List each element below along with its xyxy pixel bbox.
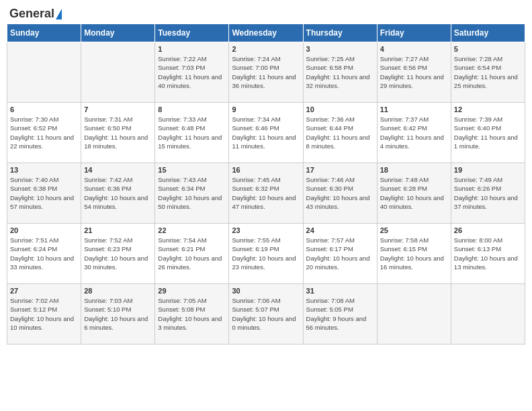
- day-info: Sunrise: 7:45 AM Sunset: 6:32 PM Dayligh…: [232, 175, 300, 211]
- logo: General: [9, 7, 63, 18]
- day-number: 12: [454, 105, 522, 113]
- calendar-cell: 11Sunrise: 7:37 AM Sunset: 6:42 PM Dayli…: [377, 103, 451, 163]
- day-number: 22: [158, 226, 226, 234]
- day-info: Sunrise: 7:37 AM Sunset: 6:42 PM Dayligh…: [380, 115, 448, 150]
- day-info: Sunrise: 7:33 AM Sunset: 6:48 PM Dayligh…: [158, 115, 226, 150]
- day-number: 25: [380, 226, 448, 234]
- day-info: Sunrise: 7:22 AM Sunset: 7:03 PM Dayligh…: [158, 54, 226, 90]
- day-info: Sunrise: 8:00 AM Sunset: 6:13 PM Dayligh…: [454, 236, 522, 271]
- logo-icon: [56, 9, 62, 19]
- day-number: 11: [380, 105, 448, 113]
- page-header: General: [7, 7, 525, 18]
- calendar-cell: 25Sunrise: 7:58 AM Sunset: 6:15 PM Dayli…: [377, 224, 451, 284]
- day-info: Sunrise: 7:34 AM Sunset: 6:46 PM Dayligh…: [232, 115, 300, 150]
- calendar-cell: 2Sunrise: 7:24 AM Sunset: 7:00 PM Daylig…: [229, 42, 303, 103]
- calendar-cell: 3Sunrise: 7:25 AM Sunset: 6:58 PM Daylig…: [303, 42, 377, 103]
- week-row-1: 6Sunrise: 7:30 AM Sunset: 6:52 PM Daylig…: [7, 103, 525, 163]
- column-header-sunday: Sunday: [7, 24, 81, 42]
- day-number: 19: [454, 166, 522, 174]
- day-info: Sunrise: 7:36 AM Sunset: 6:44 PM Dayligh…: [306, 115, 374, 150]
- day-number: 31: [306, 287, 374, 295]
- calendar-cell: 30Sunrise: 7:06 AM Sunset: 5:07 PM Dayli…: [229, 284, 303, 345]
- calendar-cell: 7Sunrise: 7:31 AM Sunset: 6:50 PM Daylig…: [81, 103, 155, 163]
- week-row-0: 1Sunrise: 7:22 AM Sunset: 7:03 PM Daylig…: [7, 42, 525, 103]
- column-header-monday: Monday: [81, 24, 155, 42]
- calendar-cell: 12Sunrise: 7:39 AM Sunset: 6:40 PM Dayli…: [451, 103, 525, 163]
- calendar-cell: 24Sunrise: 7:57 AM Sunset: 6:17 PM Dayli…: [303, 224, 377, 284]
- calendar-cell: 23Sunrise: 7:55 AM Sunset: 6:19 PM Dayli…: [229, 224, 303, 284]
- day-number: 17: [306, 166, 374, 174]
- calendar-cell: 26Sunrise: 8:00 AM Sunset: 6:13 PM Dayli…: [451, 224, 525, 284]
- day-number: 1: [158, 45, 226, 53]
- calendar-table: SundayMondayTuesdayWednesdayThursdayFrid…: [7, 24, 525, 345]
- day-info: Sunrise: 7:42 AM Sunset: 6:36 PM Dayligh…: [84, 175, 152, 211]
- day-number: 27: [10, 287, 78, 295]
- column-header-wednesday: Wednesday: [229, 24, 303, 42]
- day-number: 18: [380, 166, 448, 174]
- day-info: Sunrise: 7:25 AM Sunset: 6:58 PM Dayligh…: [306, 54, 374, 90]
- day-number: 23: [232, 226, 300, 234]
- column-header-thursday: Thursday: [303, 24, 377, 42]
- day-info: Sunrise: 7:03 AM Sunset: 5:10 PM Dayligh…: [84, 296, 152, 332]
- column-header-friday: Friday: [377, 24, 451, 42]
- calendar-header: SundayMondayTuesdayWednesdayThursdayFrid…: [7, 24, 525, 42]
- calendar-cell: 10Sunrise: 7:36 AM Sunset: 6:44 PM Dayli…: [303, 103, 377, 163]
- calendar-cell: 15Sunrise: 7:43 AM Sunset: 6:34 PM Dayli…: [155, 163, 229, 224]
- logo-general: General: [9, 7, 54, 21]
- calendar-cell: [377, 284, 451, 345]
- calendar-cell: 31Sunrise: 7:08 AM Sunset: 5:05 PM Dayli…: [303, 284, 377, 345]
- day-number: 28: [84, 287, 152, 295]
- day-number: 4: [380, 45, 448, 53]
- day-info: Sunrise: 7:08 AM Sunset: 5:05 PM Dayligh…: [306, 296, 374, 332]
- day-number: 15: [158, 166, 226, 174]
- day-number: 3: [306, 45, 374, 53]
- calendar-cell: 16Sunrise: 7:45 AM Sunset: 6:32 PM Dayli…: [229, 163, 303, 224]
- calendar-cell: 17Sunrise: 7:46 AM Sunset: 6:30 PM Dayli…: [303, 163, 377, 224]
- day-info: Sunrise: 7:46 AM Sunset: 6:30 PM Dayligh…: [306, 175, 374, 211]
- day-info: Sunrise: 7:28 AM Sunset: 6:54 PM Dayligh…: [454, 54, 522, 90]
- day-info: Sunrise: 7:58 AM Sunset: 6:15 PM Dayligh…: [380, 236, 448, 271]
- calendar-cell: 8Sunrise: 7:33 AM Sunset: 6:48 PM Daylig…: [155, 103, 229, 163]
- week-row-2: 13Sunrise: 7:40 AM Sunset: 6:38 PM Dayli…: [7, 163, 525, 224]
- day-number: 16: [232, 166, 300, 174]
- day-info: Sunrise: 7:02 AM Sunset: 5:12 PM Dayligh…: [10, 296, 78, 332]
- day-info: Sunrise: 7:43 AM Sunset: 6:34 PM Dayligh…: [158, 175, 226, 211]
- day-info: Sunrise: 7:05 AM Sunset: 5:08 PM Dayligh…: [158, 296, 226, 332]
- week-row-4: 27Sunrise: 7:02 AM Sunset: 5:12 PM Dayli…: [7, 284, 525, 345]
- day-number: 29: [158, 287, 226, 295]
- day-number: 30: [232, 287, 300, 295]
- calendar-cell: 5Sunrise: 7:28 AM Sunset: 6:54 PM Daylig…: [451, 42, 525, 103]
- day-info: Sunrise: 7:27 AM Sunset: 6:56 PM Dayligh…: [380, 54, 448, 90]
- day-number: 10: [306, 105, 374, 113]
- calendar-cell: 14Sunrise: 7:42 AM Sunset: 6:36 PM Dayli…: [81, 163, 155, 224]
- calendar-cell: 4Sunrise: 7:27 AM Sunset: 6:56 PM Daylig…: [377, 42, 451, 103]
- calendar-cell: [451, 284, 525, 345]
- day-info: Sunrise: 7:06 AM Sunset: 5:07 PM Dayligh…: [232, 296, 300, 332]
- day-number: 20: [10, 226, 78, 234]
- calendar-cell: 13Sunrise: 7:40 AM Sunset: 6:38 PM Dayli…: [7, 163, 81, 224]
- day-info: Sunrise: 7:31 AM Sunset: 6:50 PM Dayligh…: [84, 115, 152, 150]
- calendar-cell: 27Sunrise: 7:02 AM Sunset: 5:12 PM Dayli…: [7, 284, 81, 345]
- column-header-tuesday: Tuesday: [155, 24, 229, 42]
- calendar-cell: 1Sunrise: 7:22 AM Sunset: 7:03 PM Daylig…: [155, 42, 229, 103]
- calendar-cell: 20Sunrise: 7:51 AM Sunset: 6:24 PM Dayli…: [7, 224, 81, 284]
- day-number: 7: [84, 105, 152, 113]
- column-header-saturday: Saturday: [451, 24, 525, 42]
- day-number: 13: [10, 166, 78, 174]
- calendar-cell: [81, 42, 155, 103]
- calendar-cell: [7, 42, 81, 103]
- calendar-body: 1Sunrise: 7:22 AM Sunset: 7:03 PM Daylig…: [7, 42, 525, 345]
- day-info: Sunrise: 7:57 AM Sunset: 6:17 PM Dayligh…: [306, 236, 374, 271]
- day-info: Sunrise: 7:40 AM Sunset: 6:38 PM Dayligh…: [10, 175, 78, 211]
- calendar-cell: 9Sunrise: 7:34 AM Sunset: 6:46 PM Daylig…: [229, 103, 303, 163]
- calendar-cell: 21Sunrise: 7:52 AM Sunset: 6:23 PM Dayli…: [81, 224, 155, 284]
- day-info: Sunrise: 7:30 AM Sunset: 6:52 PM Dayligh…: [10, 115, 78, 150]
- day-number: 24: [306, 226, 374, 234]
- day-info: Sunrise: 7:54 AM Sunset: 6:21 PM Dayligh…: [158, 236, 226, 271]
- calendar-cell: 19Sunrise: 7:49 AM Sunset: 6:26 PM Dayli…: [451, 163, 525, 224]
- header-row: SundayMondayTuesdayWednesdayThursdayFrid…: [7, 24, 525, 42]
- day-number: 21: [84, 226, 152, 234]
- day-info: Sunrise: 7:39 AM Sunset: 6:40 PM Dayligh…: [454, 115, 522, 150]
- day-info: Sunrise: 7:49 AM Sunset: 6:26 PM Dayligh…: [454, 175, 522, 211]
- day-number: 26: [454, 226, 522, 234]
